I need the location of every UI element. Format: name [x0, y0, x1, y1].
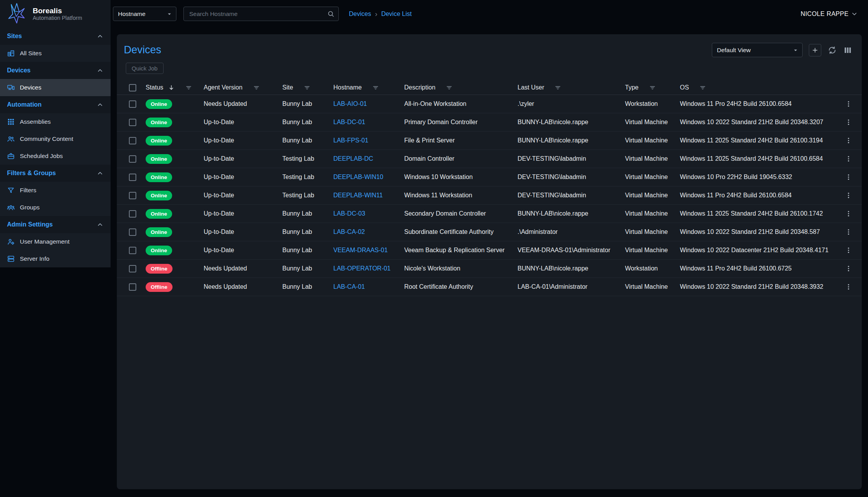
hostname-link[interactable]: DEEPLAB-WIN11: [333, 192, 383, 199]
hostname-link[interactable]: LAB-CA-02: [333, 228, 365, 235]
row-checkbox[interactable]: [129, 210, 136, 218]
description-cell: Domain Controller: [404, 155, 518, 162]
sidebar-section-automation[interactable]: Automation: [0, 96, 111, 113]
hostname-link[interactable]: LAB-CA-01: [333, 283, 365, 290]
kebab-icon[interactable]: [845, 246, 852, 254]
hostname-link[interactable]: LAB-FPS-01: [333, 137, 368, 144]
column-header-site: Site: [282, 84, 333, 91]
user-menu[interactable]: NICOLE RAPPE: [801, 11, 858, 18]
row-checkbox[interactable]: [129, 283, 136, 291]
row-checkbox[interactable]: [129, 247, 136, 254]
chevron-up-icon: [97, 221, 104, 228]
sidebar-item-user-management[interactable]: User Management: [0, 233, 111, 250]
sidebar-item-filters[interactable]: Filters: [0, 182, 111, 199]
sidebar-item-all-sites[interactable]: All Sites: [0, 45, 111, 62]
column-label-type[interactable]: Type: [625, 84, 639, 91]
description-cell: Windows 11 Workstation: [404, 192, 518, 199]
columns-icon[interactable]: [843, 46, 852, 55]
filter-icon[interactable]: [253, 84, 260, 91]
hostname-link[interactable]: DEEPLAB-DC: [333, 155, 373, 162]
sidebar-item-community-content[interactable]: Community Content: [0, 130, 111, 148]
row-checkbox[interactable]: [129, 137, 136, 144]
filter-icon[interactable]: [445, 84, 453, 91]
chevron-up-icon: [97, 101, 104, 108]
column-label-description[interactable]: Description: [404, 84, 435, 91]
filter-icon[interactable]: [699, 84, 706, 91]
row-checkbox[interactable]: [129, 192, 136, 199]
column-label-last_user[interactable]: Last User: [518, 84, 544, 91]
filter-icon[interactable]: [303, 84, 311, 91]
hostname-link[interactable]: LAB-OPERATOR-01: [333, 265, 391, 272]
column-label-site[interactable]: Site: [282, 84, 293, 91]
breadcrumb-devices[interactable]: Devices: [349, 11, 371, 18]
hostname-link[interactable]: DEEPLAB-WIN10: [333, 174, 383, 181]
kebab-icon[interactable]: [845, 118, 852, 126]
column-header-status: Status: [146, 84, 204, 91]
row-checkbox[interactable]: [129, 265, 136, 272]
sidebar-section-devices[interactable]: Devices: [0, 62, 111, 79]
filter-icon[interactable]: [185, 84, 192, 91]
kebab-icon[interactable]: [845, 155, 852, 163]
sidebar-item-devices[interactable]: Devices: [0, 79, 111, 96]
hostname-link[interactable]: VEEAM-DRAAS-01: [333, 247, 388, 254]
topbar: Hostname Devices › Device List NICOLE RA…: [111, 0, 868, 28]
refresh-icon[interactable]: [828, 46, 837, 55]
kebab-icon[interactable]: [845, 210, 852, 218]
quick-job-button[interactable]: Quick Job: [126, 63, 164, 74]
column-label-hostname[interactable]: Hostname: [333, 84, 362, 91]
kebab-icon[interactable]: [845, 173, 852, 181]
column-label-os[interactable]: OS: [680, 84, 689, 91]
column-label-agent[interactable]: Agent Version: [204, 84, 243, 91]
add-view-button[interactable]: [809, 44, 821, 56]
sidebar-item-groups[interactable]: Groups: [0, 199, 111, 216]
row-checkbox[interactable]: [129, 100, 136, 108]
sort-desc-icon[interactable]: [168, 84, 175, 91]
search-field-select[interactable]: Hostname: [113, 7, 176, 21]
description-cell: File & Print Server: [404, 137, 518, 144]
agent-version: Up-to-Date: [204, 174, 234, 181]
search-icon[interactable]: [327, 10, 335, 18]
sidebar-section-admin-settings[interactable]: Admin Settings: [0, 216, 111, 233]
filter-icon[interactable]: [649, 84, 656, 91]
device-row: OnlineUp-to-DateTesting LabDEEPLAB-WIN10…: [117, 168, 862, 186]
hostname-link[interactable]: LAB-DC-03: [333, 210, 365, 217]
row-checkbox[interactable]: [129, 119, 136, 126]
agent-version-cell: Up-to-Date: [204, 174, 282, 181]
header-checkbox-cell: [129, 84, 146, 91]
sidebar-section-sites[interactable]: Sites: [0, 28, 111, 45]
sidebar-section-filters-groups[interactable]: Filters & Groups: [0, 165, 111, 182]
kebab-icon[interactable]: [845, 228, 852, 236]
row-checkbox[interactable]: [129, 228, 136, 236]
hostname-link[interactable]: LAB-DC-01: [333, 119, 365, 126]
row-checkbox[interactable]: [129, 155, 136, 163]
last-user: BUNNY-LAB\nicole.rappe: [518, 119, 588, 126]
type: Virtual Machine: [625, 174, 668, 181]
column-label-status[interactable]: Status: [146, 84, 163, 91]
kebab-icon[interactable]: [845, 100, 852, 108]
hostname-link[interactable]: LAB-AIO-01: [333, 100, 367, 107]
filter-icon[interactable]: [554, 84, 562, 91]
type: Virtual Machine: [625, 210, 668, 217]
view-select[interactable]: Default View: [712, 43, 803, 57]
breadcrumb-device-list[interactable]: Device List: [381, 11, 412, 18]
last-user: DEV-TESTING\labadmin: [518, 155, 586, 162]
filter-icon[interactable]: [372, 84, 379, 91]
device-row: OnlineUp-to-DateBunny LabLAB-FPS-01File …: [117, 132, 862, 150]
kebab-icon[interactable]: [845, 265, 852, 272]
select-all-checkbox[interactable]: [129, 84, 136, 91]
sidebar-nav: SitesAll SitesDevicesDevicesAutomationAs…: [0, 28, 111, 267]
status-cell: Online: [146, 209, 204, 219]
os: Windows 11 2025 Standard 24H2 Build 2610…: [680, 210, 823, 217]
search-field-select-value: Hostname: [118, 11, 146, 18]
sidebar-item-assemblies[interactable]: Assemblies: [0, 113, 111, 130]
kebab-icon[interactable]: [845, 191, 852, 199]
type-cell: Virtual Machine: [625, 192, 680, 199]
hostname-link-cell: LAB-CA-02: [333, 228, 404, 235]
sidebar-item-scheduled-jobs[interactable]: Scheduled Jobs: [0, 148, 111, 165]
kebab-icon[interactable]: [845, 283, 852, 291]
search-input[interactable]: [188, 10, 324, 18]
hostname-link-cell: LAB-FPS-01: [333, 137, 404, 144]
sidebar-item-server-info[interactable]: Server Info: [0, 250, 111, 267]
kebab-icon[interactable]: [845, 137, 852, 144]
row-checkbox[interactable]: [129, 174, 136, 181]
